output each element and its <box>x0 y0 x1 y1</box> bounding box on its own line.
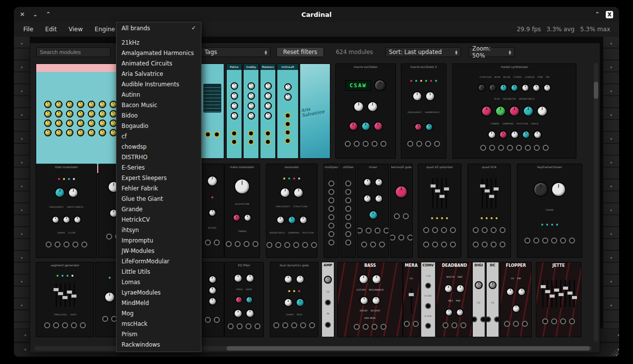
module-dual-dynamics-gate[interactable]: dual dynamics gateSHAPEMOD <box>270 262 318 337</box>
brand-menu-item[interactable]: Impromptu <box>117 235 201 245</box>
port <box>311 242 317 248</box>
brand-menu-item[interactable]: DISTRHO <box>117 152 201 162</box>
brand-menu-item[interactable]: Glue the Giant <box>117 193 201 204</box>
brand-menu-item[interactable]: JW-Modules <box>117 245 201 256</box>
knob <box>99 120 106 127</box>
module-eq-filter[interactable]: EQ filterFREQGAIN <box>225 262 263 337</box>
module-quad-vc-polarizer[interactable]: quad VC-polarizer <box>418 164 461 257</box>
port <box>237 323 243 329</box>
module-flopper[interactable]: FLOPPERCVPW <box>501 262 531 337</box>
module-panel[interactable] <box>201 64 224 158</box>
brand-menu-item[interactable]: Animated Circuits <box>117 58 201 68</box>
module-amp[interactable]: AMPCVIN <box>322 262 334 337</box>
brand-menu-item[interactable]: ihtsyn <box>117 225 201 235</box>
module-mixer[interactable]: mixer <box>358 164 388 257</box>
module-mera[interactable]: MERACV <box>403 262 419 337</box>
brand-menu-item[interactable]: Bacon Music <box>117 100 201 110</box>
brand-menu-item[interactable]: LyraeModules <box>117 287 201 298</box>
module-modal-synthesizer[interactable]: modal synthesizerCONTOURBOWBLOWSTRIKECOA… <box>453 64 576 158</box>
brand-menu-item[interactable]: LifeFormModular <box>117 256 201 266</box>
module-multiples[interactable]: multiples <box>324 164 339 257</box>
brand-menu-item[interactable]: Mog <box>117 308 201 318</box>
brand-menu-item-all-brands[interactable]: All brands ✓ <box>117 22 201 34</box>
knob <box>489 281 497 289</box>
module-utilities[interactable]: utilities <box>341 164 356 257</box>
knob <box>44 110 52 118</box>
module-panel[interactable]: Aria Salvatrice <box>300 64 330 158</box>
module-tidal-modulator[interactable]: tidal modulatorFREQUENCYSMOOTHNESSSHAPES… <box>36 164 97 257</box>
module-bernoulli-gate[interactable]: bernoulli gate <box>390 164 412 257</box>
slider <box>486 178 488 209</box>
module-macro-oscillator[interactable]: macro oscillatorCSAW <box>336 64 395 158</box>
panel-label: IN <box>326 312 329 315</box>
module-grabby[interactable]: Grabby <box>244 64 258 158</box>
brand-menu-item[interactable]: Prism <box>117 329 201 339</box>
module-title: JETTE <box>536 262 581 268</box>
port <box>494 316 499 322</box>
led <box>551 224 553 226</box>
panel-label: STRUCTURE <box>293 205 308 208</box>
module-panel[interactable]: BLEND <box>201 164 224 257</box>
module-macro-oscillator-2[interactable]: macro oscillator 2FREQUENCYHARMONICS <box>401 64 446 158</box>
module-keyframer-mixer[interactable]: keyframer/mixerFRAME <box>517 164 582 257</box>
brand-menu-item[interactable]: Bidoo <box>117 110 201 121</box>
brand-menu-item[interactable]: Little Utils <box>117 266 201 277</box>
module-jette[interactable]: JETTE <box>536 262 581 337</box>
port <box>81 242 87 247</box>
port <box>372 324 378 330</box>
knob <box>375 194 383 203</box>
panel-label: BOW <box>495 76 501 78</box>
vertical-scrollbar-thumb[interactable] <box>594 82 598 99</box>
knob <box>395 185 408 198</box>
module-meta-modulator[interactable]: meta modulatorALGORITHMTIMBRE <box>225 164 259 257</box>
panel-label: DAMPING <box>288 232 300 234</box>
menubar-item-edit[interactable]: Edit <box>40 24 62 35</box>
module-segment-generator[interactable]: segment generatorTIME/LEVELGATE <box>36 262 94 337</box>
module-panel[interactable] <box>201 262 224 337</box>
x-logo-icon[interactable]: X <box>606 11 613 18</box>
horizontal-scrollbar-thumb[interactable] <box>227 346 590 351</box>
brand-menu-item[interactable]: HetrickCV <box>117 214 201 225</box>
module-deadband[interactable]: DEADBANDWIDTHGAPRESPRE <box>437 262 472 337</box>
brand-menu-item[interactable]: Lomas <box>117 277 201 287</box>
brand-menu-item[interactable]: MindMeld <box>117 298 201 308</box>
menubar-item-view[interactable]: View <box>63 24 88 35</box>
vertical-scrollbar[interactable] <box>594 63 598 342</box>
led <box>556 224 558 226</box>
module-pokies[interactable]: Pokies <box>227 64 242 158</box>
brand-menu-item[interactable]: Fehler Fabrik <box>117 183 201 193</box>
module-title: bernoulli gate <box>390 164 412 169</box>
module-rotatoes[interactable]: Rotatoes <box>260 64 275 158</box>
brand-menu-item[interactable]: 21kHz <box>117 37 201 48</box>
menubar-item-file[interactable]: File <box>18 24 39 35</box>
port <box>361 242 367 247</box>
module-digi[interactable]: DIGICV <box>473 262 485 337</box>
brand-menu-item[interactable]: chowdsp <box>117 141 201 152</box>
module-dc[interactable]: DCCV <box>487 262 499 337</box>
module-resonator[interactable]: resonatorFREQUENCYSTRUCTUREBRIGHTNESSDAM… <box>266 164 317 257</box>
panel-label: TIME/LEVEL <box>54 313 67 316</box>
port <box>309 322 315 328</box>
knob <box>55 120 63 127</box>
module-conv[interactable]: CONV+5V0-10V0-10V <box>421 262 435 337</box>
brand-menu-item[interactable]: Autinn <box>117 89 201 100</box>
module-quad-vca[interactable]: quad VCA <box>468 164 510 257</box>
panel-label: CUTOFF <box>356 289 366 291</box>
module-bass[interactable]: BASSCUTOFFRESONANCEDECAYACCENTENV MOD <box>338 262 402 337</box>
brand-menu-item[interactable]: Aria Salvatrice <box>117 68 201 79</box>
module-undular[interactable]: UnDuLaR <box>277 64 298 158</box>
brand-menu-item[interactable]: mscHack <box>117 318 201 329</box>
brand-menu-item[interactable]: Audible Instruments <box>117 79 201 89</box>
brand-menu-item[interactable]: Rackwindows <box>117 339 201 350</box>
port <box>416 141 422 147</box>
rollup-icon[interactable] <box>595 11 600 18</box>
knob <box>359 274 369 284</box>
brand-menu-item[interactable]: Expert Sleepers <box>117 173 201 183</box>
brand-menu-item[interactable]: Bogaudio <box>117 121 201 131</box>
port <box>55 242 61 247</box>
led <box>481 217 483 219</box>
brand-menu-item[interactable]: cf <box>117 131 201 141</box>
brand-menu-item[interactable]: Grande <box>117 204 201 214</box>
brand-menu-item[interactable]: E-Series <box>117 162 201 173</box>
brand-menu-item[interactable]: Amalgamated Harmonics <box>117 48 201 58</box>
